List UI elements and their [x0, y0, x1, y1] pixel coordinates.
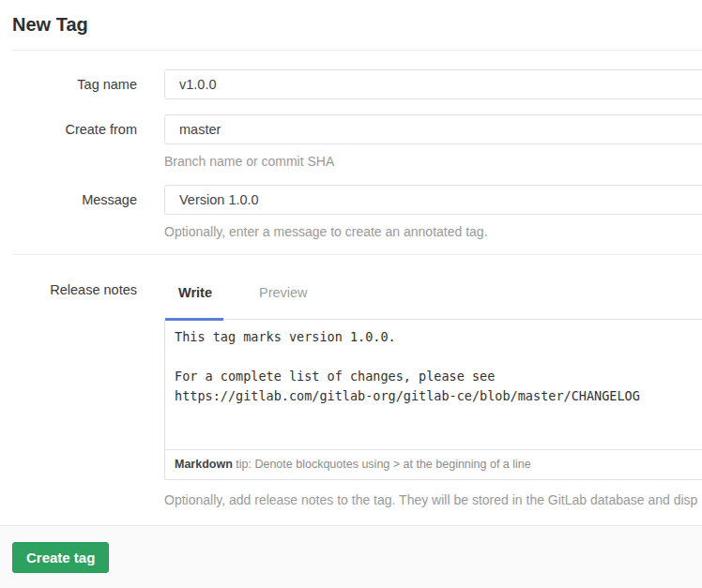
create-from-row: Create from Branch name or commit SHA — [0, 114, 702, 170]
tag-name-label: Tag name — [0, 69, 137, 93]
tab-preview[interactable]: Preview — [245, 283, 322, 302]
markdown-tip-bar: Markdown tip: Denote blockquotes using >… — [165, 450, 702, 479]
create-from-help: Branch name or commit SHA — [164, 154, 702, 170]
message-help: Optionally, enter a message to create an… — [164, 224, 702, 240]
message-input[interactable] — [164, 185, 702, 215]
title-divider — [12, 50, 702, 51]
create-from-label: Create from — [0, 114, 137, 138]
markdown-tip-word: Markdown — [175, 458, 233, 471]
tab-write[interactable]: Write — [164, 283, 226, 302]
page-title: New Tag — [0, 0, 702, 36]
new-tag-form: Tag name Create from Branch name or comm… — [0, 69, 702, 508]
create-from-input[interactable] — [164, 114, 702, 144]
create-tag-button[interactable]: Create tag — [12, 542, 109, 573]
tag-name-input[interactable] — [164, 69, 702, 99]
tag-name-row: Tag name — [0, 69, 702, 99]
release-notes-label: Release notes — [0, 279, 137, 298]
release-notes-row: Release notes Write Preview This tag mar… — [0, 279, 702, 508]
markdown-tabs: Write Preview — [164, 279, 702, 306]
section-divider — [12, 254, 702, 255]
message-label: Message — [0, 185, 137, 208]
release-notes-textarea[interactable]: This tag marks version 1.0.0. For a comp… — [165, 320, 702, 450]
markdown-tip-text: tip: Denote blockquotes using > at the b… — [233, 458, 531, 471]
markdown-editor-area: This tag marks version 1.0.0. For a comp… — [164, 319, 702, 480]
message-row: Message Optionally, enter a message to c… — [0, 185, 702, 240]
release-notes-help: Optionally, add release notes to the tag… — [164, 492, 702, 508]
form-actions: Create tag — [0, 525, 702, 588]
active-tab-indicator — [165, 318, 223, 321]
